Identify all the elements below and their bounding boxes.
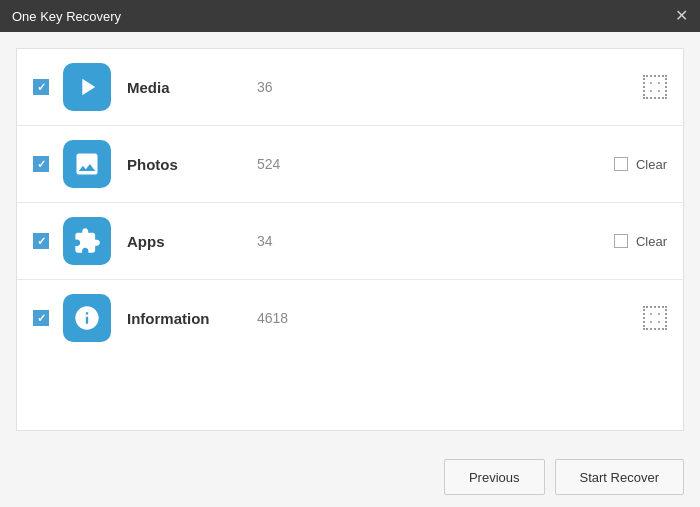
- apps-count: 34: [257, 233, 614, 249]
- dotted-expand-icon: [649, 81, 661, 93]
- photos-icon-box: [63, 140, 111, 188]
- information-icon-box: [63, 294, 111, 342]
- photos-clear-label[interactable]: Clear: [636, 157, 667, 172]
- apps-row: Apps 34 Clear: [17, 203, 683, 280]
- media-label: Media: [127, 79, 247, 96]
- media-icon-box: [63, 63, 111, 111]
- svg-point-4: [650, 313, 652, 315]
- window-title: One Key Recovery: [12, 9, 121, 24]
- dotted-expand-icon-2: [649, 312, 661, 324]
- photos-actions: Clear: [614, 157, 667, 172]
- close-button[interactable]: ✕: [672, 7, 690, 25]
- svg-point-5: [658, 313, 660, 315]
- information-icon: [73, 304, 101, 332]
- footer: Previous Start Recover: [0, 447, 700, 507]
- previous-button[interactable]: Previous: [444, 459, 545, 495]
- information-checkbox[interactable]: [33, 310, 49, 326]
- photos-clear-checkbox[interactable]: [614, 157, 628, 171]
- apps-label: Apps: [127, 233, 247, 250]
- apps-icon: [73, 227, 101, 255]
- photos-count: 524: [257, 156, 614, 172]
- media-actions: [643, 75, 667, 99]
- apps-checkbox[interactable]: [33, 233, 49, 249]
- information-label: Information: [127, 310, 247, 327]
- media-checkbox[interactable]: [33, 79, 49, 95]
- information-expand-button[interactable]: [643, 306, 667, 330]
- photos-icon: [73, 150, 101, 178]
- apps-icon-box: [63, 217, 111, 265]
- apps-actions: Clear: [614, 234, 667, 249]
- svg-point-2: [650, 90, 652, 92]
- information-count: 4618: [257, 310, 643, 326]
- media-expand-button[interactable]: [643, 75, 667, 99]
- information-row: Information 4618: [17, 280, 683, 356]
- svg-point-6: [650, 321, 652, 323]
- svg-point-7: [658, 321, 660, 323]
- svg-point-3: [658, 90, 660, 92]
- start-recover-button[interactable]: Start Recover: [555, 459, 684, 495]
- content-area: Media 36 Photos: [16, 48, 684, 431]
- apps-clear-checkbox[interactable]: [614, 234, 628, 248]
- title-bar: One Key Recovery ✕: [0, 0, 700, 32]
- main-window: One Key Recovery ✕ Media 36: [0, 0, 700, 507]
- photos-label: Photos: [127, 156, 247, 173]
- information-actions: [643, 306, 667, 330]
- apps-clear-label[interactable]: Clear: [636, 234, 667, 249]
- media-count: 36: [257, 79, 643, 95]
- svg-point-1: [658, 82, 660, 84]
- media-row: Media 36: [17, 49, 683, 126]
- media-icon: [73, 73, 101, 101]
- photos-row: Photos 524 Clear: [17, 126, 683, 203]
- svg-point-0: [650, 82, 652, 84]
- photos-checkbox[interactable]: [33, 156, 49, 172]
